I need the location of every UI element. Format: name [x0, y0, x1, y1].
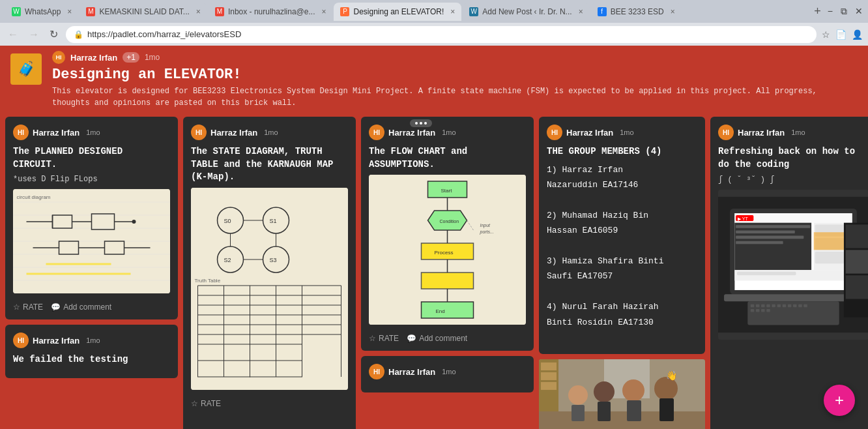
- rate-button-3[interactable]: ☆ RATE: [369, 334, 399, 343]
- svg-text:Input: Input: [480, 223, 491, 228]
- svg-rect-64: [422, 273, 474, 289]
- header-time: 1mo: [145, 53, 160, 62]
- card-time-2: 1mo: [264, 128, 278, 136]
- tab-wordpress[interactable]: WAdd New Post ‹ Ir. Dr. N...×: [463, 3, 589, 21]
- new-tab-button[interactable]: +: [809, 5, 826, 18]
- url-display: https://padlet.com/harraz_i/elevatorsESD: [87, 29, 241, 39]
- card-coding: HI Harraz Irfan 1mo Refreshing back on h…: [710, 117, 868, 429]
- star-icon-1: ☆: [13, 303, 20, 312]
- card-harraz-bottom: HI Harraz Irfan 1mo: [361, 356, 534, 392]
- card-avatar-1b: HI: [13, 333, 29, 348]
- restore-button[interactable]: ⧉: [841, 6, 847, 17]
- rate-label-3: RATE: [379, 334, 399, 343]
- svg-rect-75: [541, 372, 557, 380]
- address-bar[interactable]: 🔒 https://padlet.com/harraz_i/elevatorsE…: [66, 26, 817, 43]
- comment-label-3: Add comment: [419, 334, 467, 343]
- svg-rect-97: [736, 236, 803, 239]
- tab-gmail2[interactable]: MInbox - nurulhazlina@e...×: [209, 3, 333, 21]
- comment-button-1[interactable]: 💬 Add comment: [51, 303, 111, 312]
- browser-chrome: WWhatsApp×MKEMASKINI SLAID DAT...×MInbox…: [0, 0, 868, 46]
- comment-button-3[interactable]: 💬 Add comment: [407, 334, 467, 343]
- svg-text:Truth Table: Truth Table: [195, 278, 221, 284]
- card-header-5: HI Harraz Irfan 1mo: [718, 125, 868, 140]
- tab-close-whatsapp[interactable]: ×: [67, 7, 72, 16]
- tab-favicon-facebook: f: [598, 7, 607, 16]
- card-header-1: HI Harraz Irfan 1mo: [13, 125, 170, 140]
- svg-rect-122: [766, 309, 770, 312]
- close-button[interactable]: ✕: [855, 6, 863, 17]
- svg-point-82: [622, 379, 644, 402]
- window-controls: − ⧉ ✕: [828, 6, 863, 17]
- column-1: HI Harraz Irfan 1mo The PLANNED DESIGNED…: [5, 117, 178, 429]
- card-image-1: circuit diagram: [13, 189, 170, 293]
- card-image-3: Start Condition Process End Input ports.: [369, 175, 526, 325]
- svg-text:S0: S0: [224, 218, 231, 224]
- tab-title-gmail1: KEMASKINI SLAID DAT...: [99, 7, 189, 16]
- tab-favicon-whatsapp: W: [12, 7, 21, 16]
- tab-close-facebook[interactable]: ×: [671, 7, 675, 16]
- three-dots-menu[interactable]: [410, 119, 432, 127]
- card-author-4: Harraz Irfan: [566, 128, 613, 138]
- members-list: 1) Harraz IrfanNazaruddin EA17146 2) Muh…: [547, 162, 697, 330]
- tab-facebook[interactable]: fBEE 3233 ESD×: [591, 3, 682, 21]
- tab-close-gmail1[interactable]: ×: [196, 7, 201, 16]
- nav-extras: ☆ 📄 👤: [822, 29, 863, 40]
- tab-whatsapp[interactable]: WWhatsApp×: [5, 3, 78, 21]
- card-members: HI Harraz Irfan 1mo THE GROUP MEMBERS (4…: [539, 117, 705, 354]
- svg-rect-118: [803, 304, 807, 308]
- profile-icon[interactable]: 👤: [852, 29, 863, 40]
- pdf-icon[interactable]: 📄: [835, 29, 846, 40]
- refresh-button[interactable]: ↻: [47, 27, 61, 42]
- header-avatar: HI: [52, 51, 65, 64]
- comment-icon-3: 💬: [407, 334, 416, 343]
- fab-add-button[interactable]: +: [824, 385, 855, 416]
- tab-close-wordpress[interactable]: ×: [579, 7, 583, 16]
- svg-rect-120: [756, 309, 759, 312]
- tab-title-whatsapp: WhatsApp: [25, 7, 61, 16]
- header-meta: HI Harraz Irfan +1 1mo: [52, 51, 858, 64]
- page-header: 🧳 HI Harraz Irfan +1 1mo Designing an EL…: [0, 46, 868, 117]
- card-title-1b: We failed the testing: [13, 353, 170, 366]
- svg-rect-85: [659, 398, 674, 421]
- svg-rect-105: [737, 272, 796, 275]
- column-4: HI Harraz Irfan 1mo THE GROUP MEMBERS (4…: [539, 117, 705, 429]
- rate-button-1[interactable]: ☆ RATE: [13, 303, 43, 312]
- tab-gmail1[interactable]: MKEMASKINI SLAID DAT...×: [80, 3, 207, 21]
- header-count: +1: [123, 52, 139, 63]
- bookmark-icon[interactable]: ☆: [822, 29, 830, 40]
- card-footer-1: ☆ RATE 💬 Add comment: [13, 299, 170, 312]
- svg-rect-108: [751, 304, 754, 308]
- tab-bar: WWhatsApp×MKEMASKINI SLAID DAT...×MInbox…: [0, 0, 868, 23]
- card-header-4: HI Harraz Irfan 1mo: [547, 125, 697, 140]
- tab-favicon-wordpress: W: [469, 7, 478, 16]
- minimize-button[interactable]: −: [828, 6, 833, 17]
- back-button[interactable]: ←: [5, 27, 21, 42]
- svg-rect-126: [846, 275, 868, 299]
- star-icon-3: ☆: [369, 334, 376, 343]
- card-flowchart: HI Harraz Irfan 1mo The FLOW CHART and A…: [361, 117, 534, 351]
- lock-icon: 🔒: [74, 30, 83, 39]
- header-content: HI Harraz Irfan +1 1mo Designing an ELEV…: [52, 51, 858, 109]
- svg-rect-74: [541, 362, 557, 370]
- svg-rect-113: [777, 304, 781, 308]
- svg-rect-112: [772, 304, 775, 308]
- svg-text:ports...: ports...: [480, 229, 494, 235]
- card-avatar-1: HI: [13, 125, 29, 140]
- card-time-3: 1mo: [442, 128, 456, 136]
- svg-text:End: End: [436, 308, 445, 314]
- card-author-2: Harraz Irfan: [210, 128, 257, 138]
- card-subtitle-1: *uses D Flip FLops: [13, 175, 170, 184]
- card-header-1b: HI Harraz Irfan 1mo: [13, 333, 170, 348]
- card-footer-2: ☆ RATE: [191, 395, 348, 408]
- member-2: 2) Muhamad Haziq BinHassan EA16059: [547, 208, 697, 239]
- tab-close-padlet[interactable]: ×: [450, 7, 455, 16]
- card-title-5: Refreshing back on how to do the coding: [718, 145, 868, 171]
- rate-button-2[interactable]: ☆ RATE: [191, 399, 221, 408]
- svg-rect-83: [627, 400, 641, 421]
- star-icon-2: ☆: [191, 399, 198, 408]
- tab-padlet[interactable]: PDesigning an ELEVATOR!×: [334, 3, 461, 21]
- card-avatar-5: HI: [718, 125, 734, 140]
- tab-close-gmail2[interactable]: ×: [321, 7, 326, 16]
- svg-rect-94: [734, 223, 811, 270]
- forward-button[interactable]: →: [26, 27, 42, 42]
